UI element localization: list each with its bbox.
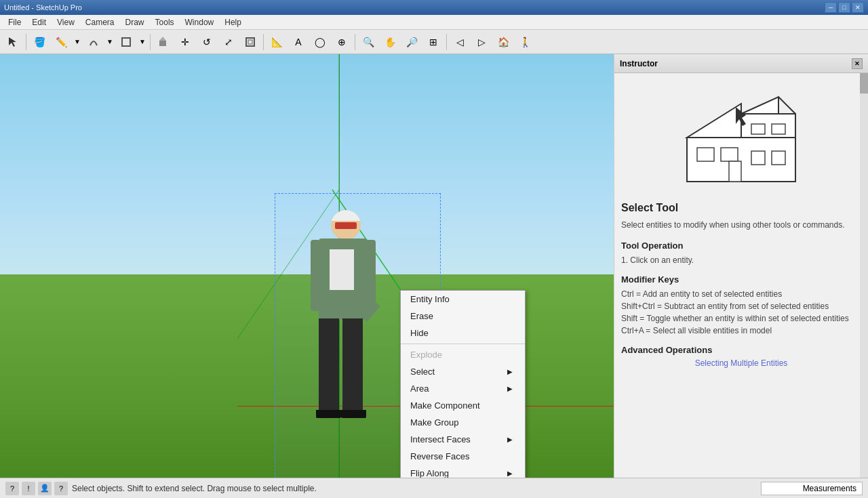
svg-rect-16 (772, 124, 785, 134)
std-view-button[interactable]: 🏠 (493, 33, 513, 51)
measurements-label: Measurements (803, 484, 856, 493)
arc-tool-button[interactable] (83, 33, 104, 51)
pencil-drop-button[interactable]: ▼ (73, 33, 82, 51)
svg-rect-13 (697, 148, 714, 161)
move-tool-button[interactable]: ✛ (175, 33, 195, 51)
axes-tool-button[interactable]: ⊕ (332, 33, 352, 51)
menu-help[interactable]: Help (219, 16, 247, 28)
toolbar-separator-5 (446, 34, 447, 50)
titlebar: Untitled - SketchUp Pro ─ □ ✕ (0, 0, 868, 15)
instructor-mod-title: Modifier Keys (621, 274, 679, 285)
next-view-button[interactable]: ▷ (471, 33, 492, 51)
dimension-tool-button[interactable]: A (288, 33, 309, 51)
zoom-tool-button[interactable]: 🔎 (401, 33, 422, 51)
zoom-window-button[interactable]: ⊞ (423, 33, 443, 51)
toolbar: 🪣 ✏️ ▼ ▼ ▼ ✛ ↺ ⤢ 📐 A ◯ ⊕ 🔍 ✋ 🔎 ⊞ ◁ ▷ 🏠 🚶 (0, 30, 868, 54)
instructor-op-text: 1. Click on an entity. (621, 254, 694, 266)
ctx-explode[interactable]: Explode (401, 346, 525, 363)
status-icon-user[interactable]: 👤 (38, 482, 52, 495)
svg-marker-9 (687, 104, 741, 138)
svg-rect-10 (741, 114, 795, 138)
shape-tool-button[interactable] (116, 33, 136, 51)
figure-head (331, 210, 361, 240)
figure-leg-right (342, 318, 363, 413)
viewport[interactable]: Entity Info Erase Hide Explode Select ▶ … (0, 54, 614, 478)
instructor-mod-text: Ctrl = Add an entity to set of selected … (621, 288, 849, 337)
status-icon-help[interactable]: ? (54, 482, 68, 495)
menu-tools[interactable]: Tools (150, 16, 180, 28)
ctx-flip-arrow: ▶ (507, 470, 513, 477)
paint-tool-button[interactable]: 🪣 (29, 33, 50, 51)
svg-line-12 (778, 97, 795, 114)
svg-rect-15 (751, 124, 765, 134)
close-button[interactable]: ✕ (852, 2, 864, 13)
push-pull-button[interactable] (153, 33, 174, 51)
ctx-area-arrow: ▶ (507, 385, 513, 392)
svg-rect-19 (729, 161, 741, 182)
walkthrough-button[interactable]: 🚶 (515, 33, 535, 51)
minimize-button[interactable]: ─ (825, 2, 837, 13)
ctx-reverse-faces[interactable]: Reverse Faces (401, 448, 525, 465)
ctx-flip-along[interactable]: Flip Along ▶ (401, 465, 525, 478)
select-tool-button[interactable] (3, 33, 23, 51)
protractor-tool-button[interactable]: ◯ (310, 33, 330, 51)
statusbar: ? ! 👤 ? Select objects. Shift to extend … (0, 478, 868, 498)
status-icon-warning[interactable]: ! (22, 482, 35, 495)
svg-rect-3 (246, 38, 254, 46)
pan-tool-button[interactable]: ✋ (380, 33, 400, 51)
menu-window[interactable]: Window (180, 16, 220, 28)
instructor-adv-link[interactable]: Selecting Multiple Entities (695, 358, 788, 368)
menu-edit[interactable]: Edit (26, 16, 52, 28)
scale-tool-button[interactable]: ⤢ (218, 33, 239, 51)
human-figure (312, 210, 380, 478)
ctx-separator-1 (401, 344, 525, 344)
svg-marker-11 (741, 97, 778, 114)
ctx-make-group[interactable]: Make Group (401, 414, 525, 431)
instructor-scrollbar-thumb[interactable] (860, 73, 868, 94)
maximize-button[interactable]: □ (838, 2, 850, 13)
shape-drop-button[interactable]: ▼ (138, 33, 147, 51)
status-icon-info[interactable]: ? (5, 482, 19, 495)
toolbar-separator-2 (150, 34, 151, 50)
status-text: Select objects. Shift to extend select. … (72, 484, 757, 493)
instructor-close-button[interactable]: ✕ (852, 58, 863, 69)
toolbar-separator-1 (26, 34, 26, 50)
svg-rect-18 (772, 151, 785, 165)
prev-view-button[interactable]: ◁ (450, 33, 470, 51)
ctx-erase[interactable]: Erase (401, 308, 525, 325)
instructor-header: Instructor ✕ (614, 54, 868, 73)
figure-arm-left (311, 240, 320, 311)
toolbar-separator-4 (355, 34, 355, 50)
instructor-tool-title: Select Tool (621, 202, 678, 214)
tape-tool-button[interactable]: 📐 (267, 33, 287, 51)
orbit-tool-button[interactable]: 🔍 (358, 33, 378, 51)
figure-shoe-right (340, 410, 366, 418)
menu-draw[interactable]: Draw (120, 16, 150, 28)
main-area: Entity Info Erase Hide Explode Select ▶ … (0, 54, 868, 478)
menubar: File Edit View Camera Draw Tools Window … (0, 15, 868, 30)
ctx-select[interactable]: Select ▶ (401, 363, 525, 380)
arc-drop-button[interactable]: ▼ (105, 33, 115, 51)
app-title: Untitled - SketchUp Pro (4, 3, 82, 12)
ctx-intersect-arrow: ▶ (507, 436, 513, 443)
statusbar-icons: ? ! 👤 ? (5, 482, 68, 495)
figure-leg-left (319, 318, 339, 413)
pencil-tool-button[interactable]: ✏️ (51, 33, 71, 51)
instructor-title: Instructor (620, 59, 658, 68)
menu-view[interactable]: View (52, 16, 80, 28)
rotate-tool-button[interactable]: ↺ (197, 33, 217, 51)
instructor-scrollbar-track[interactable] (860, 73, 868, 478)
context-menu: Entity Info Erase Hide Explode Select ▶ … (400, 290, 526, 478)
ctx-entity-info[interactable]: Entity Info (401, 291, 525, 308)
menu-camera[interactable]: Camera (80, 16, 120, 28)
ctx-intersect-faces[interactable]: Intersect Faces ▶ (401, 431, 525, 448)
house-illustration (673, 87, 809, 188)
menu-file[interactable]: File (3, 16, 26, 28)
ctx-area[interactable]: Area ▶ (401, 380, 525, 397)
ctx-hide[interactable]: Hide (401, 325, 525, 341)
ctx-make-component[interactable]: Make Component (401, 397, 525, 414)
instructor-op-title: Tool Operation (621, 241, 683, 251)
window-controls[interactable]: ─ □ ✕ (825, 2, 864, 13)
offset-tool-button[interactable] (240, 33, 260, 51)
toolbar-separator-3 (263, 34, 264, 50)
